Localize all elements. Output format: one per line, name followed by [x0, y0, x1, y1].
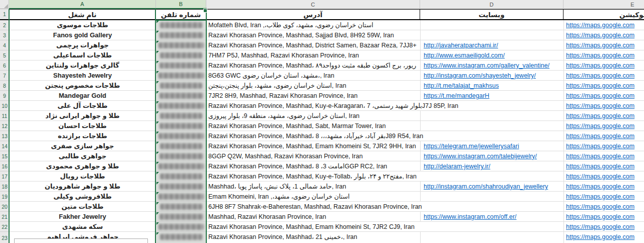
cell-phone-redacted[interactable] [156, 101, 206, 111]
website-link[interactable]: https://t.me/mandegarH [424, 92, 490, 99]
row-header-18[interactable]: 18 [0, 181, 9, 192]
cell-website[interactable]: https://www.instagram.com/gallery_valent… [420, 60, 564, 71]
cell-phone-redacted[interactable] [156, 171, 206, 181]
cell-business-name[interactable]: Fakher Jewelry [9, 212, 156, 222]
row-header-23[interactable]: 23 [0, 232, 9, 243]
cell-address[interactable]: Mashhad, Razavi Khorasan Province, Iran [206, 212, 420, 222]
cell-phone-redacted[interactable] [156, 30, 206, 40]
cell-business-name[interactable]: طلاجات برازنده [9, 131, 156, 141]
cell-business-name[interactable]: طلاجات آل علی [9, 101, 156, 111]
website-link[interactable]: https://www.instagram.com/talebijewelry/ [424, 153, 537, 160]
cell-address[interactable]: Mashhad، حامد شمالی 1، پلاک نبش، پاساژ پ… [206, 181, 420, 192]
website-link[interactable]: https://www.instagram.com/gallery_valent… [424, 62, 549, 69]
cell-website[interactable]: http://instagram.com/shayesteh_jewelry/ [420, 71, 564, 81]
cell-website[interactable]: http://t.me/talajat_makhsus [420, 81, 564, 91]
cell-website[interactable] [420, 101, 564, 111]
location-link[interactable]: https://maps.google.com [566, 173, 634, 180]
website-link[interactable]: http://instagram.com/shayesteh_jewelry/ [424, 72, 536, 79]
cell-location[interactable]: https://maps.google.com [564, 171, 644, 181]
row-header-11[interactable]: 11 [0, 111, 9, 121]
cell-website[interactable] [420, 121, 564, 131]
cell-website[interactable] [420, 222, 564, 232]
cell-website[interactable] [420, 131, 564, 141]
cell-website[interactable] [420, 202, 564, 212]
cell-location[interactable]: https://maps.google.com [564, 232, 644, 243]
cell-location[interactable]: https://maps.google.com [564, 192, 644, 202]
location-link[interactable]: https://maps.google.com [566, 82, 634, 89]
cell-website[interactable] [420, 111, 564, 121]
row-header-22[interactable]: 22 [0, 222, 9, 232]
cell-phone-redacted[interactable] [156, 141, 206, 151]
row-header-3[interactable]: 3 [0, 30, 9, 40]
select-all-button[interactable] [0, 0, 9, 9]
cell-website[interactable]: http://delaram-jewelry.ir/ [420, 161, 564, 171]
cell-location[interactable]: https://maps.google.com [564, 50, 644, 60]
cell-phone-redacted[interactable] [156, 151, 206, 161]
cell-location[interactable]: https://maps.google.com [564, 40, 644, 50]
cell-phone-redacted[interactable] [156, 192, 206, 202]
row-header-9[interactable]: 9 [0, 91, 9, 101]
cell-location[interactable]: https://maps.google.com [564, 212, 644, 222]
cell-address[interactable]: استان خراسان رضوی، مشهد، منطقه 9، بلوار … [206, 111, 420, 121]
cell-phone-redacted[interactable] [156, 161, 206, 171]
row-header-6[interactable]: 6 [0, 60, 9, 71]
header-cell-name[interactable]: نام شغل [9, 9, 156, 20]
location-link[interactable]: https://maps.google.com [566, 102, 634, 109]
cell-business-name[interactable]: جواهر سازی صفری [9, 141, 156, 151]
cell-business-name[interactable]: گالری جواهرات ولنتاین [9, 60, 156, 71]
website-link[interactable]: http://www.esmaeiligold.com/ [424, 52, 505, 59]
cell-location[interactable]: https://maps.google.com [564, 91, 644, 101]
cell-address[interactable]: Razavi Khorasan Province, Mashhad, Sajja… [206, 30, 420, 40]
location-link[interactable]: https://maps.google.com [566, 223, 634, 230]
row-header-15[interactable]: 15 [0, 151, 9, 161]
location-link[interactable]: https://maps.google.com [566, 233, 634, 240]
cell-phone-redacted[interactable] [156, 91, 206, 101]
location-link[interactable]: https://maps.google.com [566, 112, 634, 119]
cell-phone-redacted[interactable] [156, 111, 206, 121]
cell-address[interactable]: Razavi Khorasan Province, Mashhad, Emam … [206, 222, 420, 232]
cell-business-name[interactable]: طلاجات رویال [9, 171, 156, 181]
cell-website[interactable]: https://www.instagram.com/off.er/ [420, 212, 564, 222]
cell-website[interactable]: https://telegram.me/jewellerysafari [420, 141, 564, 151]
cell-business-name[interactable]: Mandegar Gold [9, 91, 156, 101]
cell-phone-redacted[interactable] [156, 222, 206, 232]
cell-address[interactable]: 8GGP Q2W, Mashhad, Razavi Khorasan Provi… [206, 151, 420, 161]
header-cell-location[interactable]: لوکیشن [564, 9, 644, 20]
cell-address[interactable]: Razavi Khorasan Province, Mashhad، امامت… [206, 161, 420, 171]
cell-business-name[interactable]: جواهرات پرچمی [9, 40, 156, 50]
cell-phone-redacted[interactable] [156, 40, 206, 50]
location-link[interactable]: https://maps.google.com [566, 133, 634, 140]
cell-website[interactable] [420, 20, 564, 30]
cell-address[interactable]: 7JR2 8H9, Mashhad, Razavi Khorasan Provi… [206, 91, 420, 101]
cell-address[interactable]: Razavi Khorasan Province, Mashhad, Emam … [206, 141, 420, 151]
location-link[interactable]: https://maps.google.com [566, 22, 634, 29]
cell-website[interactable]: https://t.me/mandegarH [420, 91, 564, 101]
row-header-4[interactable]: 4 [0, 40, 9, 50]
row-header-5[interactable]: 5 [0, 50, 9, 60]
cell-phone-redacted[interactable] [156, 81, 206, 91]
cell-location[interactable]: https://maps.google.com [564, 202, 644, 212]
location-link[interactable]: https://maps.google.com [566, 203, 634, 210]
cell-website[interactable]: http://instagram.com/shahroudiyan_jewell… [420, 181, 564, 192]
location-link[interactable]: https://maps.google.com [566, 183, 634, 190]
cell-website[interactable] [420, 232, 564, 243]
cell-location[interactable]: https://maps.google.com [564, 60, 644, 71]
row-header-19[interactable]: 19 [0, 192, 9, 202]
row-header-2[interactable]: 2 [0, 20, 9, 30]
website-link[interactable]: https://www.instagram.com/off.er/ [424, 213, 517, 220]
cell-address[interactable]: Razavi Khorasan Province, Mashhad, Distr… [206, 40, 420, 50]
website-link[interactable]: http://instagram.com/shahroudiyan_jewell… [424, 183, 548, 190]
cell-website[interactable] [420, 192, 564, 202]
cell-location[interactable]: https://maps.google.com [564, 131, 644, 141]
location-link[interactable]: https://maps.google.com [566, 213, 634, 220]
cell-address[interactable]: Razavi Khorasan Province, Mashhad، ریور،… [206, 60, 420, 71]
cell-location[interactable]: https://maps.google.com [564, 20, 644, 30]
cell-business-name[interactable]: طلا و جواهری محمودی [9, 161, 156, 171]
cell-phone-redacted[interactable] [156, 50, 206, 60]
cell-location[interactable]: https://maps.google.com [564, 181, 644, 192]
cell-website[interactable]: http://www.esmaeiligold.com/ [420, 50, 564, 60]
header-cell-address[interactable]: آدرس [206, 9, 420, 20]
website-link[interactable]: http://delaram-jewelry.ir/ [424, 163, 490, 170]
column-header-D[interactable]: D [420, 0, 564, 9]
cell-address[interactable]: Mofatteh Blvd, Iran ,استان خراسان رضوی، … [206, 20, 420, 30]
